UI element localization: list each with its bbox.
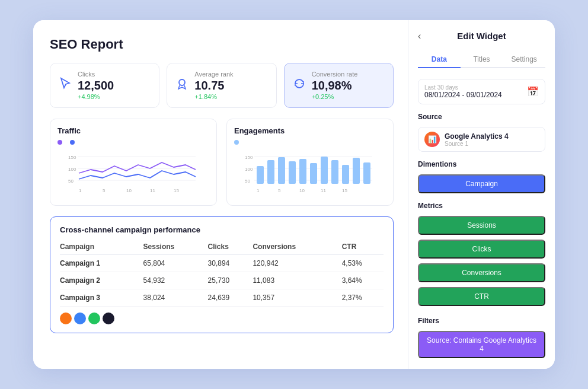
kpi-conversion-change: +0.25% bbox=[312, 93, 358, 100]
charts-row: Traffic 150 100 50 bbox=[50, 119, 394, 206]
svg-rect-18 bbox=[257, 166, 264, 184]
svg-text:5: 5 bbox=[278, 188, 281, 193]
badge-icon bbox=[175, 77, 188, 94]
svg-text:15: 15 bbox=[342, 188, 347, 193]
back-button[interactable]: ‹ bbox=[418, 31, 421, 42]
traffic-svg: 150 100 50 1 5 10 11 15 bbox=[57, 148, 209, 196]
cell-ctr: 3,64% bbox=[342, 272, 384, 289]
metric-clicks[interactable]: Clicks bbox=[418, 240, 545, 259]
panel-header: ‹ Edit Widget bbox=[418, 31, 545, 41]
metrics-label: Metrics bbox=[418, 202, 545, 210]
cell-clicks: 24,639 bbox=[208, 289, 253, 307]
source-info: Google Analytics 4 Source 1 bbox=[445, 132, 509, 147]
tab-titles[interactable]: Titles bbox=[461, 52, 503, 67]
cell-sessions: 54,932 bbox=[143, 272, 208, 289]
svg-rect-24 bbox=[321, 157, 328, 184]
avatar-dot bbox=[60, 313, 72, 324]
col-clicks: Clicks bbox=[208, 240, 253, 255]
traffic-legend-1 bbox=[57, 140, 64, 145]
dimension-button[interactable]: Campaign bbox=[418, 174, 545, 193]
svg-text:11: 11 bbox=[150, 188, 155, 193]
table-row: Campaign 3 38,024 24,639 10,357 2,37% bbox=[60, 289, 384, 307]
svg-text:15: 15 bbox=[174, 188, 179, 193]
engagements-chart-title: Engagements bbox=[234, 126, 386, 135]
report-title: SEO Report bbox=[50, 37, 394, 52]
svg-text:50: 50 bbox=[245, 178, 250, 184]
kpi-clicks: Clicks 12,500 +4.98% bbox=[50, 63, 159, 108]
right-panel: ‹ Edit Widget DataTitlesSettings Last 30… bbox=[408, 20, 555, 369]
traffic-legend bbox=[57, 140, 209, 145]
metric-sessions[interactable]: Sessions bbox=[418, 216, 545, 235]
kpi-clicks-change: +4.98% bbox=[78, 93, 114, 100]
metric-conversions[interactable]: Conversions bbox=[418, 263, 545, 282]
cell-sessions: 65,804 bbox=[143, 255, 208, 272]
kpi-conversion-label: Conversion rate bbox=[312, 71, 358, 78]
cell-clicks: 25,730 bbox=[208, 272, 253, 289]
col-conversions: Conversions bbox=[253, 240, 341, 255]
cursor-icon bbox=[59, 77, 72, 94]
svg-text:1: 1 bbox=[257, 188, 260, 193]
svg-text:10: 10 bbox=[126, 188, 132, 193]
calendar-icon: 📅 bbox=[527, 86, 539, 97]
source-row: 📊 Google Analytics 4 Source 1 bbox=[418, 127, 545, 152]
cell-ctr: 2,37% bbox=[342, 289, 384, 307]
kpi-rank-change: +1.84% bbox=[194, 93, 233, 100]
date-label: Last 30 days bbox=[424, 84, 502, 91]
table-title: Cross-channel campaign performance bbox=[60, 225, 384, 234]
panel-tabs: DataTitlesSettings bbox=[418, 52, 545, 68]
svg-rect-19 bbox=[267, 160, 274, 184]
avatar-dot bbox=[103, 313, 114, 324]
source-sub: Source 1 bbox=[445, 141, 509, 147]
svg-rect-23 bbox=[310, 163, 317, 184]
avatar-dot bbox=[74, 313, 86, 324]
traffic-chart-box: Traffic 150 100 50 bbox=[50, 119, 217, 206]
traffic-chart-title: Traffic bbox=[57, 126, 209, 135]
svg-rect-26 bbox=[342, 165, 349, 184]
svg-rect-27 bbox=[353, 158, 360, 184]
svg-rect-22 bbox=[299, 159, 306, 184]
svg-point-0 bbox=[179, 79, 185, 85]
svg-text:100: 100 bbox=[68, 167, 76, 172]
svg-text:150: 150 bbox=[68, 155, 76, 160]
date-section: Last 30 days 08/01/2024 - 09/01/2024 📅 bbox=[418, 79, 545, 104]
table-avatars bbox=[60, 313, 384, 324]
kpi-rank-content: Average rank 10.75 +1.84% bbox=[194, 71, 233, 100]
col-sessions: Sessions bbox=[143, 240, 208, 255]
svg-text:1: 1 bbox=[79, 188, 82, 193]
dimensions-section: Dimentions Campaign bbox=[418, 160, 545, 193]
source-icon: 📊 bbox=[424, 132, 440, 147]
traffic-legend-2 bbox=[70, 140, 76, 145]
kpi-clicks-label: Clicks bbox=[78, 71, 114, 78]
source-label: Source bbox=[418, 113, 545, 121]
date-value: 08/01/2024 - 09/01/2024 bbox=[424, 91, 502, 99]
tab-data[interactable]: Data bbox=[418, 52, 461, 68]
col-campaign: Campaign bbox=[60, 240, 143, 255]
cell-sessions: 38,024 bbox=[143, 289, 208, 307]
kpi-conversion: Conversion rate 10,98% +0.25% bbox=[284, 63, 394, 108]
metric-ctr[interactable]: CTR bbox=[418, 287, 545, 306]
svg-text:50: 50 bbox=[68, 178, 74, 184]
svg-rect-21 bbox=[289, 161, 296, 184]
dimensions-label: Dimentions bbox=[418, 160, 545, 168]
svg-text:150: 150 bbox=[245, 155, 253, 160]
cell-clicks: 30,894 bbox=[208, 255, 253, 272]
kpi-clicks-content: Clicks 12,500 +4.98% bbox=[78, 71, 114, 100]
engagements-legend-1 bbox=[234, 140, 241, 145]
date-content: Last 30 days 08/01/2024 - 09/01/2024 bbox=[424, 84, 502, 99]
campaign-table: Campaign Sessions Clicks Conversions CTR… bbox=[60, 240, 384, 307]
metrics-list: SessionsClicksConversionsCTR bbox=[418, 216, 545, 308]
kpi-rank: Average rank 10.75 +1.84% bbox=[167, 63, 276, 108]
left-panel: SEO Report Clicks 12,500 +4.98% bbox=[33, 20, 408, 369]
kpi-conversion-content: Conversion rate 10,98% +0.25% bbox=[312, 71, 358, 100]
kpi-rank-label: Average rank bbox=[194, 71, 233, 78]
kpi-clicks-value: 12,500 bbox=[78, 79, 114, 93]
date-picker[interactable]: Last 30 days 08/01/2024 - 09/01/2024 📅 bbox=[418, 79, 545, 104]
source-section: Source 📊 Google Analytics 4 Source 1 bbox=[418, 113, 545, 152]
refresh-icon bbox=[293, 77, 306, 94]
source-name: Google Analytics 4 bbox=[445, 132, 509, 141]
cell-conversions: 11,083 bbox=[253, 272, 341, 289]
table-row: Campaign 1 65,804 30,894 120,942 4,53% bbox=[60, 255, 384, 272]
campaign-table-section: Cross-channel campaign performance Campa… bbox=[50, 216, 394, 333]
tab-settings[interactable]: Settings bbox=[503, 52, 545, 67]
filter-button[interactable]: Source: Contains Google Analytics 4 bbox=[418, 331, 545, 358]
